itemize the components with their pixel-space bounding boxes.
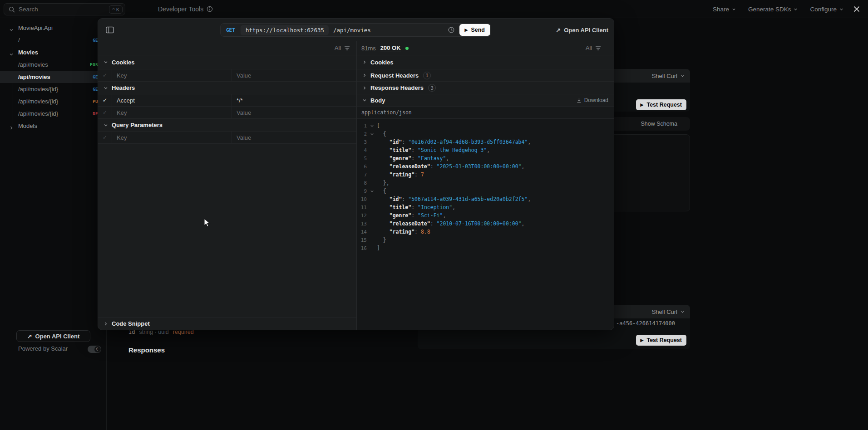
cookies-section-label: Cookies (112, 59, 135, 66)
sidebar-item-label: MovieApi.Api (18, 24, 53, 31)
code-text: "rating": 7 (377, 171, 424, 178)
generate-sdks-label: Generate SDKs (748, 6, 791, 13)
header-row-accept: ✓ Accept */* (98, 94, 356, 107)
line-number: 13 (357, 221, 367, 227)
test-request-button[interactable]: ▶ Test Request (636, 335, 687, 346)
sidebar-item-models[interactable]: Models (0, 120, 107, 132)
sidebar-item-label: Models (18, 122, 37, 129)
header-value[interactable]: */* (237, 97, 243, 104)
sidebar-item-label: /api/movies/{id} (18, 86, 58, 93)
section-response-headers[interactable]: Response Headers 3 (357, 82, 614, 94)
row-checkbox[interactable]: ✓ (98, 132, 112, 143)
code-line-3: 3 "id": "0e167d02-af94-4d68-b393-d5ff036… (357, 138, 614, 146)
code-line-11: 11 "title": "Inception", (357, 203, 614, 211)
sidebar-item-label: Movies (18, 49, 38, 56)
row-checkbox[interactable]: ✓ (98, 107, 112, 118)
cookie-row: ✓ (98, 69, 356, 82)
code-text: "title": "Sonic the Hedgehog 3", (377, 147, 490, 153)
request-filter[interactable]: All (335, 45, 350, 51)
search-icon (9, 6, 15, 13)
chevron-right-icon (362, 86, 367, 90)
cookie-key-input[interactable] (117, 72, 227, 79)
search-input[interactable]: Search ^ K (4, 3, 125, 15)
fold-chevron-icon[interactable] (367, 189, 377, 193)
section-headers[interactable]: Headers (98, 82, 356, 94)
sidebar: MovieApi.Api/GEMovies/api/moviesPOS/api/… (0, 18, 107, 430)
sidebar-toggle-icon[interactable] (105, 25, 114, 34)
section-request-headers[interactable]: Request Headers 1 (357, 69, 614, 82)
fold-chevron-icon[interactable] (367, 124, 377, 128)
share-menu[interactable]: Share (713, 6, 736, 13)
sidebar-item-api-movies-id[interactable]: /api/movies/{id}PU (0, 95, 107, 108)
row-checkbox[interactable]: ✓ (98, 69, 112, 81)
code-text: "genre": "Sci-Fi", (377, 212, 446, 219)
info-icon[interactable] (207, 6, 213, 12)
response-status[interactable]: 200 OK (380, 44, 401, 52)
query-row: ✓ (98, 132, 356, 144)
generate-sdks-menu[interactable]: Generate SDKs (748, 6, 798, 13)
line-number: 6 (357, 164, 367, 170)
open-api-client-button[interactable]: ↗ Open API Client (16, 330, 90, 342)
header-key-input[interactable] (117, 109, 227, 116)
configure-menu[interactable]: Configure (810, 6, 843, 13)
chevron-down-icon (681, 74, 685, 78)
cookie-value-input[interactable] (237, 72, 352, 79)
code-text: "rating": 8.8 (377, 229, 430, 235)
query-key-input[interactable] (117, 134, 227, 141)
download-label: Download (584, 97, 608, 103)
sidebar-item-api-movies[interactable]: /api/moviesPOS (0, 59, 107, 71)
response-filter[interactable]: All (586, 45, 601, 51)
uuid-example-fragment: -a456-426614174000 (616, 320, 675, 327)
open-api-client-label: Open API Client (35, 333, 80, 340)
query-value-input[interactable] (237, 134, 352, 141)
chevron-right-icon (362, 60, 367, 64)
responses-heading: Responses (128, 346, 165, 354)
sidebar-item-label: /api/movies (18, 61, 48, 68)
sidebar-item-api-movies-id[interactable]: /api/movies/{id}GE (0, 83, 107, 95)
code-text: "id": "5067a114-a039-431d-a65b-ed20a0b2f… (377, 196, 531, 202)
row-checkbox-checked[interactable]: ✓ (98, 94, 112, 106)
fold-chevron-icon[interactable] (367, 132, 377, 136)
section-body[interactable]: Body Download (357, 94, 614, 107)
filter-all-label: All (335, 45, 341, 51)
line-number: 4 (357, 147, 367, 153)
chevron-down-icon (104, 60, 108, 64)
filter-all-label: All (586, 45, 592, 51)
path-field[interactable]: /api/movies (329, 27, 371, 34)
header-value-input[interactable] (237, 109, 352, 116)
dark-mode-toggle[interactable]: ☾ (88, 346, 101, 353)
content-type-row: application/json (357, 107, 614, 119)
close-icon[interactable] (853, 5, 861, 13)
sidebar-item-movieapi-api[interactable]: MovieApi.Api (0, 22, 107, 34)
count-badge: 3 (428, 84, 436, 92)
response-time: 81ms (361, 45, 376, 52)
line-number: 3 (357, 139, 367, 145)
section-code-snippet[interactable]: Code Snippet (98, 317, 356, 330)
history-icon[interactable] (448, 26, 455, 34)
section-cookies[interactable]: Cookies (98, 55, 356, 69)
sidebar-item-api-movies-id[interactable]: /api/movies/{id}DE (0, 108, 107, 120)
line-number: 10 (357, 196, 367, 202)
send-button[interactable]: ▶ Send (459, 24, 490, 36)
test-request-button[interactable]: ▶ Test Request (636, 99, 687, 110)
download-button[interactable]: Download (577, 97, 608, 103)
sidebar-item-api-movies[interactable]: /api/moviesGE (0, 71, 107, 83)
line-number: 1 (357, 123, 367, 129)
open-api-client-label: Open API Client (564, 27, 608, 34)
chevron-down-icon (104, 86, 108, 90)
code-text: "releaseDate": "2025-01-03T00:00:00+00:0… (377, 163, 524, 170)
code-line-1: 1[ (357, 122, 614, 130)
sidebar-item-movies[interactable]: Movies (0, 46, 107, 59)
configure-label: Configure (810, 6, 837, 13)
show-schema-label: Show Schema (641, 121, 677, 127)
section-query-parameters[interactable]: Query Parameters (98, 119, 356, 132)
line-number: 12 (357, 213, 367, 219)
header-key[interactable]: Accept (117, 97, 135, 104)
section-response-cookies[interactable]: Cookies (357, 55, 614, 69)
method-badge[interactable]: GET (221, 27, 241, 33)
base-url-field[interactable]: https://localhost:62635 (241, 25, 329, 35)
request-panel: All Cookies ✓ Headers (98, 41, 357, 330)
open-api-client-link[interactable]: ↗ Open API Client (556, 19, 608, 41)
sidebar-item-[interactable]: /GE (0, 34, 107, 46)
chevron-down-icon (9, 50, 14, 55)
